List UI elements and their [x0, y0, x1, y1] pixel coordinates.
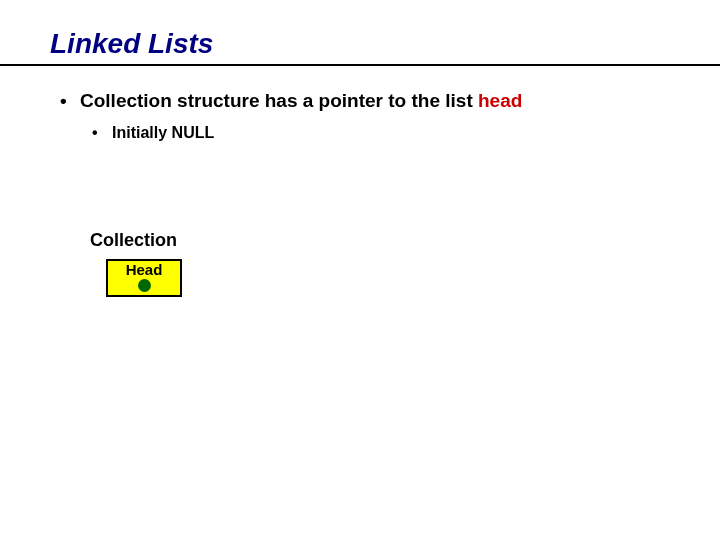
head-label: Head	[108, 261, 180, 277]
collection-label: Collection	[90, 230, 182, 251]
head-box: Head	[106, 259, 182, 297]
slide-title: Linked Lists	[50, 28, 670, 60]
diagram: Collection Head	[90, 230, 182, 297]
bullet-level1-text: Collection structure has a pointer to th…	[80, 90, 478, 111]
title-underline	[0, 64, 720, 66]
bullet-level1: Collection structure has a pointer to th…	[50, 88, 670, 114]
slide: Linked Lists Collection structure has a …	[0, 0, 720, 540]
bullet-level1-highlight: head	[478, 90, 522, 111]
bullet-level2: Initially NULL	[50, 124, 670, 142]
slide-content: Collection structure has a pointer to th…	[50, 88, 670, 142]
pointer-dot-icon	[138, 279, 151, 292]
